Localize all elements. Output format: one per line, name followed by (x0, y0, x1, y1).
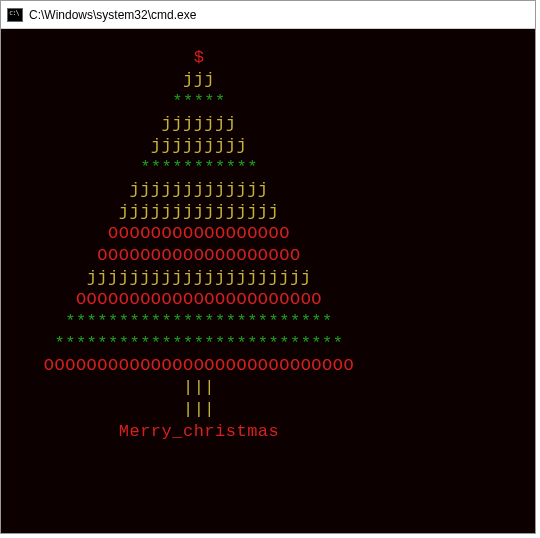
window-title: C:\Windows\system32\cmd.exe (29, 8, 196, 22)
tree-line: jjjjjjj (9, 113, 389, 135)
tree-line: OOOOOOOOOOOOOOOOOOO (9, 245, 389, 267)
titlebar[interactable]: C:\Windows\system32\cmd.exe (1, 1, 535, 29)
tree-line: OOOOOOOOOOOOOOOOO (9, 223, 389, 245)
tree-line: jjjjjjjjjjjjjjj (9, 201, 389, 223)
tree-line: Merry_christmas (9, 421, 389, 443)
tree-line: jjj (9, 69, 389, 91)
tree-line: OOOOOOOOOOOOOOOOOOOOOOO (9, 289, 389, 311)
tree-line: OOOOOOOOOOOOOOOOOOOOOOOOOOOOO (9, 355, 389, 377)
tree-line: ||| (9, 399, 389, 421)
ascii-art: $ jjj ***** jjjjjjj jjjjjjjjj **********… (9, 47, 389, 443)
tree-line: *************************** (9, 333, 389, 355)
tree-line: jjjjjjjjj (9, 135, 389, 157)
tree-line: ||| (9, 377, 389, 399)
tree-line: jjjjjjjjjjjjjjjjjjjjj (9, 267, 389, 289)
cmd-window: C:\Windows\system32\cmd.exe $ jjj ***** … (0, 0, 536, 534)
console-area[interactable]: $ jjj ***** jjjjjjj jjjjjjjjj **********… (1, 29, 535, 533)
tree-line: ************************* (9, 311, 389, 333)
tree-line: jjjjjjjjjjjjj (9, 179, 389, 201)
tree-line: ***** (9, 91, 389, 113)
tree-line: *********** (9, 157, 389, 179)
cmd-icon (7, 8, 23, 22)
tree-line: $ (9, 47, 389, 69)
